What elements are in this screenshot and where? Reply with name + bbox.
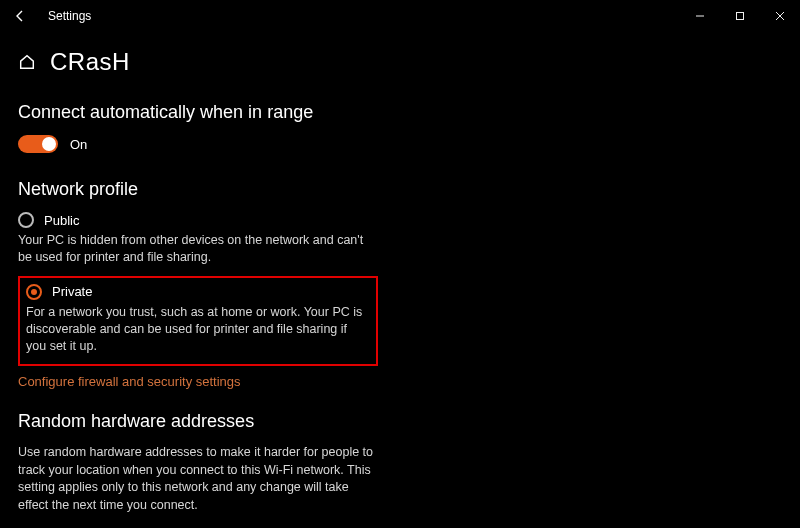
network-profile-heading: Network profile bbox=[18, 179, 782, 200]
option-private: Private For a network you trust, such as… bbox=[26, 284, 368, 355]
public-radio[interactable] bbox=[18, 212, 34, 228]
titlebar-left: Settings bbox=[0, 9, 91, 23]
home-icon[interactable] bbox=[18, 53, 36, 71]
option-public: Public Your PC is hidden from other devi… bbox=[18, 212, 782, 266]
random-mac-desc: Use random hardware addresses to make it… bbox=[18, 444, 378, 514]
public-desc: Your PC is hidden from other devices on … bbox=[18, 232, 378, 266]
page-header: CRasH bbox=[18, 48, 782, 76]
random-mac-heading: Random hardware addresses bbox=[18, 411, 782, 432]
toggle-knob bbox=[42, 137, 56, 151]
private-desc: For a network you trust, such as at home… bbox=[26, 304, 368, 355]
auto-connect-heading: Connect automatically when in range bbox=[18, 102, 782, 123]
firewall-settings-link[interactable]: Configure firewall and security settings bbox=[18, 374, 241, 389]
private-label: Private bbox=[52, 284, 92, 299]
private-radio-row[interactable]: Private bbox=[26, 284, 368, 300]
public-radio-row[interactable]: Public bbox=[18, 212, 782, 228]
public-label: Public bbox=[44, 213, 79, 228]
window-controls bbox=[680, 2, 800, 30]
page-title: CRasH bbox=[50, 48, 130, 76]
maximize-button[interactable] bbox=[720, 2, 760, 30]
private-radio[interactable] bbox=[26, 284, 42, 300]
minimize-button[interactable] bbox=[680, 2, 720, 30]
section-network-profile: Network profile Public Your PC is hidden… bbox=[18, 179, 782, 389]
auto-connect-toggle-label: On bbox=[70, 137, 87, 152]
section-auto-connect: Connect automatically when in range On bbox=[18, 102, 782, 153]
section-random-mac: Random hardware addresses Use random har… bbox=[18, 411, 782, 514]
svg-rect-1 bbox=[737, 13, 744, 20]
auto-connect-toggle[interactable] bbox=[18, 135, 58, 153]
back-arrow-icon[interactable] bbox=[14, 9, 28, 23]
titlebar: Settings bbox=[0, 0, 800, 32]
content-area: CRasH Connect automatically when in rang… bbox=[0, 32, 800, 514]
close-button[interactable] bbox=[760, 2, 800, 30]
auto-connect-toggle-row: On bbox=[18, 135, 782, 153]
window-title: Settings bbox=[48, 9, 91, 23]
private-highlight: Private For a network you trust, such as… bbox=[18, 276, 378, 367]
